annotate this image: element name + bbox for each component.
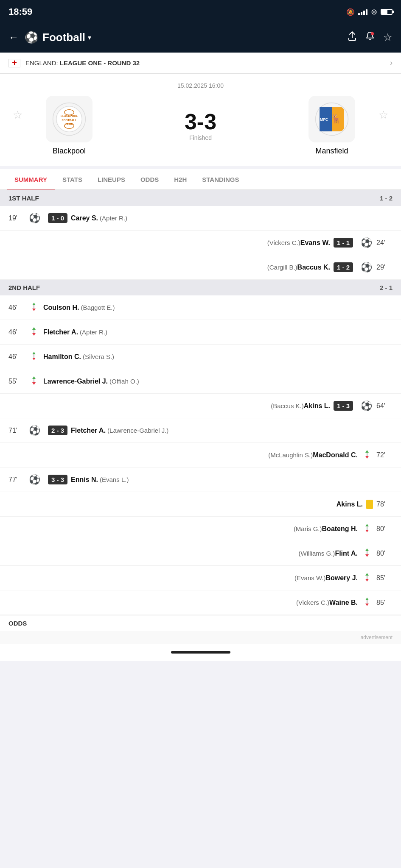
event-score: 1 - 2 [334,262,353,272]
event-player: Waine B. [329,599,358,606]
tab-h2h[interactable]: H2H [166,169,194,190]
event-row: 19' ⚽ 1 - 0 Carey S. (Apter R.) [0,206,401,231]
tabs-bar: SUMMARY STATS LINEUPS ODDS H2H STANDINGS [0,169,401,190]
match-teams-row: ☆ BLACKPOOL FOOTBALL CLUB [13,96,388,156]
favourite-star-icon[interactable]: ☆ [383,31,393,43]
away-favourite-icon[interactable]: ☆ [379,96,388,122]
event-minute: 71' [8,427,25,434]
event-minute: 19' [8,214,25,222]
status-icons: 🔕 ⊛ [346,7,393,17]
score-block: 3-3 Finished [116,111,285,141]
signal-bars [358,8,367,15]
event-player: Fletcher A. [71,427,106,434]
event-player: Evans W. [300,239,330,247]
match-card: 15.02.2025 16:00 ☆ BLACKPOOL FOOTBALL CL… [0,74,401,166]
substitution-icon [29,302,39,314]
notification-bell-icon[interactable] [365,31,375,44]
svg-point-0 [371,32,374,35]
bottom-bar[interactable]: ODDS [0,615,401,631]
event-player: Carey S. [71,214,98,222]
blackpool-logo-svg: BLACKPOOL FOOTBALL CLUB [52,102,86,136]
event-assist: (Maris G.) [294,525,322,532]
event-minute: 78' [376,501,393,508]
header-actions: ☆ [348,31,393,44]
event-player: Boateng H. [322,525,358,533]
away-team-name: Mansfield [315,147,348,156]
event-minute: 80' [376,550,393,557]
england-flag-icon [8,59,20,67]
event-player: Ennis N. [71,476,98,484]
chevron-down-icon[interactable]: ▾ [88,33,91,42]
league-chevron-icon: › [390,58,393,67]
battery-icon [381,9,393,15]
event-score: 2 - 3 [48,426,67,435]
event-row: (Baccus K.) Akins L. 1 - 3 ⚽ 64' [0,394,401,418]
back-button[interactable]: ← [8,31,19,43]
first-half-label: 1ST HALF [8,195,39,202]
league-banner[interactable]: ENGLAND: LEAGUE ONE - ROUND 32 › [0,53,401,74]
share-button[interactable] [348,31,357,44]
event-row: (McLaughlin S.) MacDonald C. 72' [0,443,401,467]
home-team-block: BLACKPOOL FOOTBALL CLUB Blackpool [22,96,116,156]
status-bar: 18:59 🔕 ⊛ [0,0,401,22]
substitution-icon [29,376,39,387]
event-minute: 29' [376,264,393,271]
event-assist: (Silvera S.) [83,353,114,360]
wifi-icon: ⊛ [371,7,377,17]
second-half-label: 2ND HALF [8,284,40,291]
football-icon: ⚽ [25,31,38,44]
match-date: 15.02.2025 16:00 [13,82,388,89]
event-player: Baccus K. [297,264,330,271]
goal-icon: ⚽ [361,237,372,248]
event-minute: 77' [8,476,25,484]
status-time: 18:59 [8,6,32,17]
league-text: ENGLAND: LEAGUE ONE - ROUND 32 [25,59,390,67]
event-score: 1 - 0 [48,213,67,223]
svg-text:FOOTBALL: FOOTBALL [62,119,77,122]
tab-odds[interactable]: ODDS [133,169,166,190]
event-minute: 64' [376,402,393,410]
event-assist: (Offiah O.) [109,378,139,385]
goal-icon: ⚽ [361,401,372,412]
event-assist: (Baccus K.) [271,402,304,409]
event-row: 77' ⚽ 3 - 3 Ennis N. (Evans L.) [0,467,401,492]
event-row: 46' Fletcher A. (Apter R.) [0,320,401,345]
event-row: (Vickers C.) Evans W. 1 - 1 ⚽ 24' [0,231,401,255]
header-title: Football [42,31,85,44]
home-favourite-icon[interactable]: ☆ [13,96,22,122]
event-player: Akins L. [337,501,363,508]
goal-icon: ⚽ [361,262,372,273]
event-score: 1 - 1 [334,238,353,248]
second-half-score: 2 - 1 [380,284,393,291]
event-minute: 46' [8,353,25,361]
substitution-icon [29,351,39,363]
event-assist: (Williams G.) [299,550,335,557]
event-assist: (Apter R.) [100,214,127,222]
substitution-icon [362,523,372,535]
event-row: 46' Hamilton C. (Silvera S.) [0,345,401,369]
event-assist: (Evans W.) [294,574,325,581]
event-minute: 85' [376,574,393,582]
event-assist: (Evans L.) [100,476,129,483]
event-player: Bowery J. [325,574,358,582]
match-score: 3-3 [185,111,216,133]
event-row: (Maris G.) Boateng H. 80' [0,517,401,541]
event-minute: 72' [376,451,393,459]
substitution-icon [362,449,372,461]
app-header: ← ⚽ Football ▾ ☆ [0,22,401,53]
tab-standings[interactable]: STANDINGS [194,169,247,190]
mute-icon: 🔕 [346,8,355,16]
event-score: 1 - 3 [334,401,353,411]
tab-summary[interactable]: SUMMARY [7,169,55,190]
svg-text:🦌: 🦌 [331,113,342,124]
event-minute: 24' [376,239,393,247]
svg-text:MFC: MFC [320,117,328,122]
tab-stats[interactable]: STATS [55,169,90,190]
first-half-header: 1ST HALF 1 - 2 [0,190,401,206]
event-assist: (Vickers C.) [296,599,329,606]
substitution-icon [29,326,39,338]
event-row: (Williams G.) Flint A. 80' [0,541,401,566]
event-row: (Evans W.) Bowery J. 85' [0,566,401,590]
tab-lineups[interactable]: LINEUPS [90,169,133,190]
odds-label: ODDS [8,620,27,627]
